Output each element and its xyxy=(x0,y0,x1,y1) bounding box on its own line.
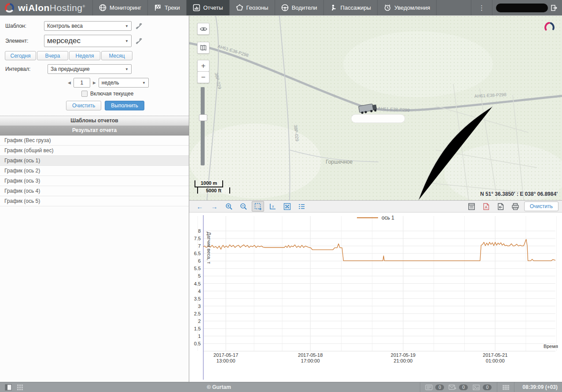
svg-text:4.5: 4.5 xyxy=(194,281,201,286)
template-settings-wrench-icon[interactable] xyxy=(136,23,142,29)
logout-icon[interactable] xyxy=(551,4,558,11)
history-forward-button[interactable]: → xyxy=(208,201,220,212)
template-select-value: Контроль веса xyxy=(47,23,83,29)
toggle-left-panel-button[interactable] xyxy=(3,382,14,392)
chevron-down-icon: ▼ xyxy=(125,39,129,43)
result-item-axle-4[interactable]: График (ось 4) xyxy=(0,186,189,196)
svg-text:1: 1 xyxy=(198,333,201,339)
brand-logo[interactable]: wiAlonHosting® xyxy=(0,0,93,15)
interval-decrement-arrow[interactable]: ◀ xyxy=(67,80,72,86)
nav-tab-label: Водители xyxy=(292,4,317,11)
passenger-icon xyxy=(330,4,338,11)
reports-sidebar: Шаблон: Контроль веса ▼ Элемент: мерседе… xyxy=(0,15,189,382)
zoom-in-button[interactable]: + xyxy=(197,60,209,72)
chart-panel[interactable]: 0.511.522.533.544.555.566.577.582017-05-… xyxy=(189,212,562,382)
nav-tab-label: Пассажиры xyxy=(341,4,371,11)
separator xyxy=(514,382,514,392)
interval-unit-select[interactable]: недель ▼ xyxy=(99,78,149,88)
svg-text:5.5: 5.5 xyxy=(194,266,201,271)
chart-legend-button[interactable] xyxy=(295,201,308,212)
result-item-total-weight[interactable]: График (общий вес) xyxy=(0,146,189,156)
zoom-slider[interactable] xyxy=(201,87,205,165)
result-item-axle-3[interactable]: График (ось 3) xyxy=(0,176,189,186)
result-item-cargo-weight[interactable]: График (Вес груза) xyxy=(0,136,189,146)
log-messages-icon[interactable] xyxy=(423,382,434,392)
nav-tab-geofences[interactable]: Геозоны xyxy=(230,0,275,15)
messages-mail-icon[interactable] xyxy=(447,382,458,392)
result-section-header[interactable]: Результат отчета xyxy=(0,126,189,136)
clear-button[interactable]: Очистить xyxy=(66,101,101,110)
separator xyxy=(497,382,497,392)
user-menu[interactable] xyxy=(492,0,562,15)
flag-icon xyxy=(154,4,162,11)
execute-button[interactable]: Выполнить xyxy=(105,101,144,110)
nav-tab-passengers[interactable]: Пассажиры xyxy=(324,0,378,15)
unit-settings-wrench-icon[interactable] xyxy=(136,38,142,44)
chart-toolbar: ← → x A Очистить xyxy=(189,200,562,212)
interval-count-input[interactable] xyxy=(73,78,90,88)
unit-label: Элемент: xyxy=(5,38,44,44)
svg-text:17:00:00: 17:00:00 xyxy=(301,358,320,363)
chevron-down-icon: ▼ xyxy=(125,67,129,71)
nav-tab-tracks[interactable]: Треки xyxy=(148,0,187,15)
export-file-button[interactable] xyxy=(495,201,507,212)
apps-grid-button[interactable] xyxy=(14,382,26,392)
zoom-out-chart-button[interactable] xyxy=(237,201,250,212)
table-view-icon[interactable] xyxy=(500,382,511,392)
result-item-axle-2[interactable]: График (ось 2) xyxy=(0,166,189,176)
svg-text:2017-05-19: 2017-05-19 xyxy=(391,352,415,358)
top-navbar: wiAlonHosting® Мониторинг Треки Отчеты Г… xyxy=(0,0,562,15)
svg-text:2017-05-17: 2017-05-17 xyxy=(213,352,238,358)
svg-text:Датчик веса, т: Датчик веса, т xyxy=(206,232,212,264)
interval-type-select[interactable]: За предыдущие ▼ xyxy=(48,64,132,74)
nav-tab-label: Мониторинг xyxy=(110,4,141,11)
result-item-axle-1[interactable]: График (ось 1) xyxy=(0,156,189,166)
print-button[interactable] xyxy=(509,201,522,212)
templates-section-header[interactable]: Шаблоны отчетов xyxy=(0,116,189,126)
include-current-checkbox[interactable] xyxy=(81,91,88,97)
unit-name-pill[interactable] xyxy=(351,114,405,123)
marquee-zoom-button[interactable] xyxy=(252,201,264,212)
scale-metric: 1000 m xyxy=(195,180,223,187)
svg-text:6.5: 6.5 xyxy=(194,251,201,256)
more-menu-button[interactable]: ⋮ xyxy=(471,0,492,15)
interval-unit-value: недель xyxy=(102,80,119,86)
weight-sensor-chart[interactable]: 0.511.522.533.544.555.566.577.582017-05-… xyxy=(189,212,562,382)
visibility-eye-button[interactable] xyxy=(197,23,209,35)
svg-text:2: 2 xyxy=(198,319,201,324)
svg-text:3.5: 3.5 xyxy=(194,296,201,301)
nav-tab-drivers[interactable]: Водители xyxy=(275,0,324,15)
range-week-button[interactable]: Неделя xyxy=(69,51,100,60)
report-view-button[interactable] xyxy=(466,201,478,212)
history-back-button[interactable]: ← xyxy=(194,201,206,212)
media-image-icon[interactable] xyxy=(470,382,482,392)
zoom-slider-handle[interactable] xyxy=(199,114,207,121)
result-item-axle-5[interactable]: График (ось 5) xyxy=(0,196,189,206)
fit-screen-button[interactable] xyxy=(281,201,293,212)
x-axis-zoom-button[interactable]: x xyxy=(266,201,279,212)
user-name-redacted xyxy=(496,4,548,12)
legend-series-label: ось 1 xyxy=(382,215,394,221)
range-today-button[interactable]: Сегодня xyxy=(5,51,36,60)
interval-increment-arrow[interactable]: ▶ xyxy=(92,80,97,86)
wialon-logo-icon xyxy=(4,3,15,13)
svg-text:7: 7 xyxy=(198,243,201,249)
nav-tab-reports[interactable]: Отчеты xyxy=(187,0,230,15)
nav-tab-label: Треки xyxy=(165,4,180,11)
nav-tab-notifications[interactable]: Уведомления xyxy=(378,0,437,15)
chart-clear-button[interactable]: Очистить xyxy=(524,201,558,211)
zoom-in-chart-button[interactable] xyxy=(223,201,235,212)
svg-text:1.5: 1.5 xyxy=(194,326,201,331)
interval-label: Интервал: xyxy=(5,66,48,72)
zoom-out-button[interactable]: − xyxy=(197,71,209,83)
map-view[interactable]: АН61-Е38-Р298 АН61-Е38-Р298 АН61-Е38-Р29… xyxy=(189,15,562,201)
export-pdf-button[interactable]: A xyxy=(480,201,492,212)
nav-tab-monitoring[interactable]: Мониторинг xyxy=(93,0,148,15)
unit-select[interactable]: мерседес ▼ xyxy=(44,35,132,47)
svg-text:8: 8 xyxy=(198,228,201,234)
map-layers-button[interactable] xyxy=(197,42,209,54)
range-yesterday-button[interactable]: Вчера xyxy=(37,51,68,60)
template-select[interactable]: Контроль веса ▼ xyxy=(44,21,132,31)
range-month-button[interactable]: Месяц xyxy=(101,51,132,60)
svg-text:5: 5 xyxy=(198,273,201,278)
